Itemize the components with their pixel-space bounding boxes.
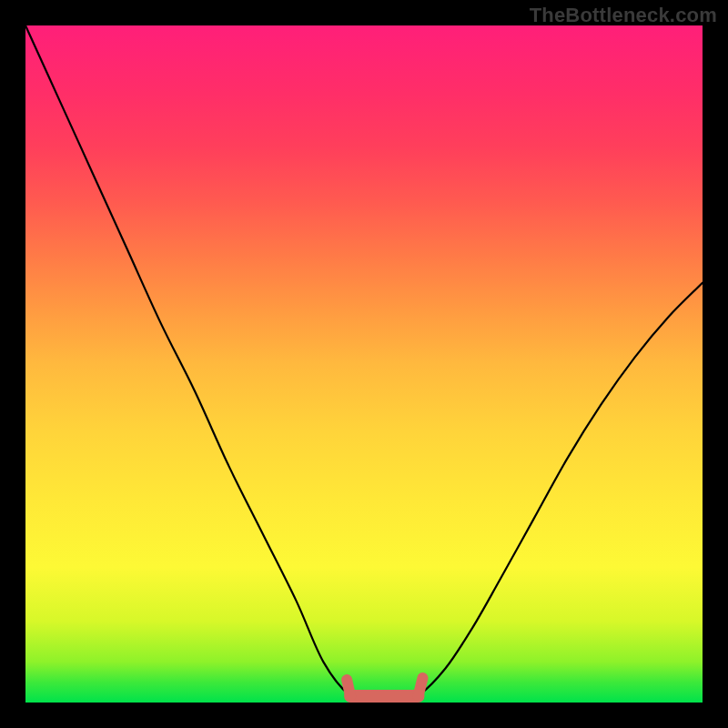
curve-svg bbox=[25, 25, 703, 703]
floor-marker-left bbox=[347, 680, 350, 696]
watermark-text: TheBottleneck.com bbox=[530, 4, 717, 27]
bottleneck-curve bbox=[25, 25, 703, 703]
floor-marker-right bbox=[419, 678, 423, 696]
chart-frame: TheBottleneck.com bbox=[0, 0, 728, 728]
plot-area bbox=[25, 25, 703, 703]
